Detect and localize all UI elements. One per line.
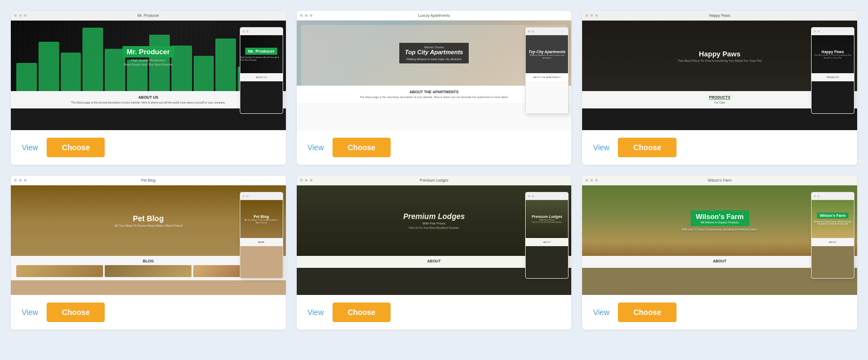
choose-button-farm[interactable]: Choose xyxy=(618,303,676,322)
site-bar-title-petblog: Pet Blog xyxy=(141,178,155,182)
mobile-sub-apartments: Walking distance to every major city att… xyxy=(526,54,568,59)
choose-button-producer[interactable]: Choose xyxy=(47,138,105,157)
site-bar-dot xyxy=(24,14,27,17)
hero-title-producer: Mr. Producer xyxy=(123,46,174,57)
mobile-bar-dot xyxy=(818,195,820,197)
hero-sub-petblog: All You Want To Know About Man's Best Fr… xyxy=(114,224,182,227)
card-luxury-apartments: Luxury Apartments Majestic Houses Top Ci… xyxy=(297,11,572,165)
mobile-overlay-producer: Mr. Producer High Quality Production Bes… xyxy=(240,27,283,114)
mobile-body-apartments: Top City Apartments Walking distance to … xyxy=(526,35,568,113)
mobile-bar-dot xyxy=(528,195,530,197)
mobile-hero-paws: Happy Paws The Best Place To Find Everyt… xyxy=(812,35,854,73)
site-bar-title-farm: Wilson's Farm xyxy=(708,178,732,182)
card-preview-petblog: Pet Blog Pet Blog All You Want To Know A… xyxy=(11,176,286,295)
mobile-bar-dot xyxy=(242,30,245,33)
mobile-body-petblog: Pet Blog All You Want To Know About Man'… xyxy=(240,200,283,278)
hero-sub2-producer: Best Prices And The Best Results xyxy=(124,63,173,66)
mobile-hero-apartments: Top City Apartments Walking distance to … xyxy=(526,35,568,73)
mobile-bar-dot xyxy=(246,195,248,197)
template-grid: Mr. Producer xyxy=(11,11,857,330)
view-button-apartments[interactable]: View xyxy=(308,143,324,152)
site-bar-dot xyxy=(590,179,593,182)
farm-title-box: Wilson's Farm We Believe in Organic Prod… xyxy=(691,210,749,226)
hero-title-lodges: Premium Lodges xyxy=(403,212,465,221)
card-footer-petblog: View Choose xyxy=(11,295,286,330)
hero-title-farm: Wilson's Farm xyxy=(696,213,744,221)
site-bar-dot xyxy=(310,14,312,17)
mobile-sub-paws: The Best Place To Find Everything You Ne… xyxy=(812,54,854,59)
hero-desc-farm: With over 12 years of experience, provid… xyxy=(682,228,757,231)
card-wilsons-farm: Wilson's Farm Wilson's Farm We Believe i… xyxy=(582,176,857,330)
mobile-overlay-paws: Happy Paws The Best Place To Find Everyt… xyxy=(811,27,854,114)
site-bar-dot xyxy=(300,14,303,17)
mobile-overlay-farm: Wilson's Farm We Believe in Organic Prod… xyxy=(811,192,854,279)
mobile-bar-petblog xyxy=(240,192,283,200)
mobile-title-farm: Wilson's Farm xyxy=(817,213,848,218)
mobile-cta-lodges: Visit Us For Your Best Woodland Vacation xyxy=(529,221,564,223)
site-bar-title-lodges: Premium Lodges xyxy=(420,178,449,182)
choose-button-lodges[interactable]: Choose xyxy=(333,303,391,322)
mobile-bar-dot xyxy=(814,195,816,197)
card-preview-farm: Wilson's Farm Wilson's Farm We Believe i… xyxy=(582,176,857,295)
mobile-bar-dot xyxy=(242,195,245,197)
view-button-farm[interactable]: View xyxy=(593,308,609,317)
site-bar-dot xyxy=(14,179,17,182)
mobile-blog-petblog: BLOG xyxy=(240,238,283,246)
hero-cta-lodges: Visit Us For Your Best Woodland Vacation xyxy=(403,226,465,229)
mobile-bar-lodges xyxy=(526,192,568,200)
mobile-about-apartments: ABOUT THE APARTMENTS xyxy=(526,73,568,81)
mobile-bar-dot xyxy=(528,30,530,33)
mobile-body-lodges: Premium Lodges With Fair Prices Visit Us… xyxy=(526,200,568,278)
site-bar-dot xyxy=(19,14,22,17)
mobile-bar-dot xyxy=(532,195,534,197)
site-preview-petblog: Pet Blog Pet Blog All You Want To Know A… xyxy=(11,176,286,295)
mobile-title-producer: Mr. Producer xyxy=(245,48,277,55)
site-bar-lodges: Premium Lodges xyxy=(297,176,572,185)
mobile-sub-producer: High Quality Production Best Prices And … xyxy=(240,56,283,61)
site-bar-title-paws: Happy Paws xyxy=(709,14,730,17)
choose-button-paws[interactable]: Choose xyxy=(618,138,676,157)
hero-title-apartments: Top City Apartments xyxy=(405,49,463,56)
mobile-bar-producer xyxy=(240,28,283,35)
site-bar-title: Mr. Producer xyxy=(137,14,159,17)
site-bar-dot xyxy=(590,14,593,17)
mobile-hero-petblog: Pet Blog All You Want To Know About Man'… xyxy=(240,200,283,238)
view-button-lodges[interactable]: View xyxy=(308,308,324,317)
mobile-title-apartments: Top City Apartments xyxy=(528,50,565,54)
hero-sub-farm: We Believe in Organic Products xyxy=(696,221,744,224)
mobile-bar-paws xyxy=(812,28,854,35)
blog-thumb-2 xyxy=(105,265,192,277)
site-bar-dot xyxy=(595,14,598,17)
card-preview-paws: Happy Paws Happy Paws The Best Place To … xyxy=(582,11,857,130)
mobile-title-paws: Happy Paws xyxy=(821,50,844,54)
card-footer-mr-producer: View Choose xyxy=(11,130,286,165)
site-bar-dot xyxy=(305,179,308,182)
view-button-paws[interactable]: View xyxy=(593,143,609,152)
site-bar-dot xyxy=(585,14,588,17)
mobile-about-farm: ABOUT xyxy=(812,238,854,246)
mobile-about-lodges: ABOUT xyxy=(526,238,568,246)
hero-sub-paws: The Best Place To Find Everything You Ne… xyxy=(672,59,767,62)
mobile-bar-dot xyxy=(814,30,816,33)
site-bar-farm: Wilson's Farm xyxy=(582,176,857,185)
mobile-body-paws: Happy Paws The Best Place To Find Everyt… xyxy=(812,35,854,113)
site-bar-dot xyxy=(585,179,588,182)
site-bar-producer: Mr. Producer xyxy=(11,11,286,21)
site-bar-apartments: Luxury Apartments xyxy=(297,11,572,21)
site-preview-lodges: Premium Lodges Premium Lodges With Fair … xyxy=(297,176,572,295)
mobile-body-producer: Mr. Producer High Quality Production Bes… xyxy=(240,35,283,113)
mobile-hero-lodges: Premium Lodges With Fair Prices Visit Us… xyxy=(526,200,568,238)
site-bar-dot xyxy=(310,179,312,182)
view-button-producer[interactable]: View xyxy=(22,143,38,152)
view-button-petblog[interactable]: View xyxy=(22,308,38,317)
mobile-products-paws: PRODUCTS xyxy=(812,73,854,81)
site-bar-dot xyxy=(305,14,308,17)
blog-thumb-1 xyxy=(16,265,103,277)
choose-button-apartments[interactable]: Choose xyxy=(333,138,391,157)
mobile-overlay-lodges: Premium Lodges With Fair Prices Visit Us… xyxy=(525,192,569,279)
card-footer-lodges: View Choose xyxy=(297,295,572,330)
mobile-sub-farm: We Believe in Organic Products. With ove… xyxy=(812,220,854,226)
choose-button-petblog[interactable]: Choose xyxy=(47,303,105,322)
card-premium-lodges: Premium Lodges Premium Lodges With Fair … xyxy=(297,176,572,330)
mobile-body-farm: Wilson's Farm We Believe in Organic Prod… xyxy=(812,200,854,278)
